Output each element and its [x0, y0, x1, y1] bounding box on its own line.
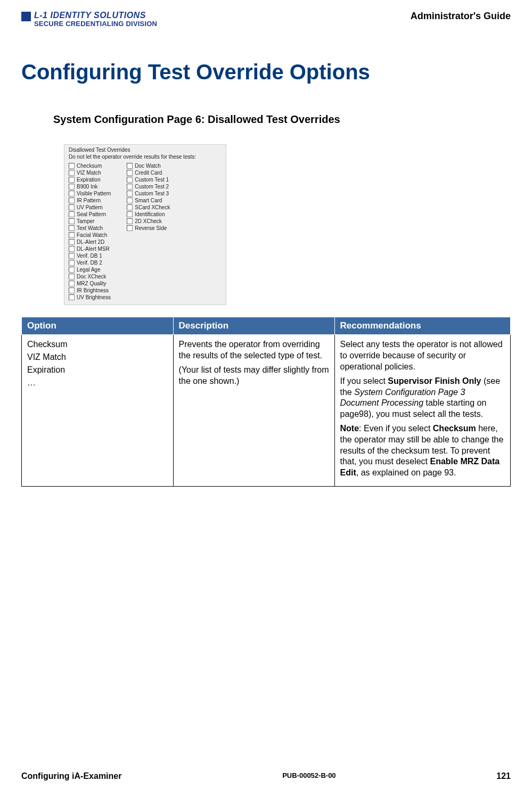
option-item: …	[27, 377, 168, 389]
checkbox-item: UV Brightness	[69, 294, 111, 300]
checkbox-label: Seal Pattern	[77, 211, 106, 217]
checkbox-label: Smart Card	[135, 198, 162, 203]
footer-right: 121	[496, 771, 511, 781]
checkbox-icon[interactable]	[69, 218, 75, 224]
config-screenshot: Disallowed Test Overrides Do not let the…	[64, 144, 226, 305]
checkbox-icon[interactable]	[69, 239, 75, 245]
checkbox-item: DL-Alert MSR	[69, 246, 111, 252]
checkbox-item: Visible Pattern	[69, 191, 111, 196]
checkbox-item: IR Pattern	[69, 198, 111, 203]
checkbox-label: Tamper	[77, 218, 94, 224]
checkbox-item: Facial Watch	[69, 232, 111, 238]
table-header-description: Description	[173, 317, 334, 335]
checkbox-label: Checksum	[77, 163, 102, 169]
checkbox-label: Facial Watch	[77, 232, 107, 238]
checkbox-item: Doc XCheck	[69, 274, 111, 280]
checkbox-icon[interactable]	[69, 287, 75, 293]
desc-p2: (Your list of tests may differ slightly …	[179, 365, 329, 387]
checkbox-label: MRZ Quality	[77, 281, 107, 286]
cell-description: Prevents the operator from overriding th…	[173, 335, 334, 487]
checkbox-item: Verif. DB 1	[69, 253, 111, 259]
checkbox-item: Custom Test 3	[127, 191, 170, 196]
table-row: ChecksumVIZ MatchExpiration… Prevents th…	[22, 335, 511, 487]
checkbox-item: Verif. DB 2	[69, 260, 111, 266]
option-item: Checksum	[27, 339, 168, 350]
checkbox-item: IR Brightness	[69, 287, 111, 293]
checkbox-icon[interactable]	[69, 191, 75, 196]
checkbox-item: Seal Pattern	[69, 211, 111, 217]
checkbox-label: B900 Ink	[77, 184, 97, 190]
checkbox-label: Expiration	[77, 177, 100, 183]
page-header: L-1 IDENTITY SOLUTIONS SECURE CREDENTIAL…	[21, 11, 511, 28]
checkbox-item: DL-Alert 2D	[69, 239, 111, 245]
checkbox-label: Reverse Side	[135, 225, 167, 231]
checkbox-item: Legal Age	[69, 267, 111, 273]
rec-p3: Note: Even if you select Checksum here, …	[340, 423, 505, 479]
checkbox-label: UV Pattern	[77, 204, 103, 210]
checkbox-label: IR Brightness	[77, 287, 109, 293]
section-subtitle: System Configuration Page 6: Disallowed …	[53, 113, 511, 126]
checkbox-item: Identification	[127, 211, 170, 217]
checkbox-label: Credit Card	[135, 170, 162, 176]
checkbox-icon[interactable]	[69, 267, 75, 273]
checkbox-icon[interactable]	[69, 294, 75, 300]
checkbox-columns: ChecksumVIZ MatchExpirationB900 InkVisib…	[69, 163, 222, 300]
checkbox-item: Custom Test 2	[127, 184, 170, 190]
checkbox-icon[interactable]	[69, 232, 75, 238]
table-header-recommendations: Recommendations	[334, 317, 510, 335]
checkbox-item: Text Watch	[69, 225, 111, 231]
checkbox-icon[interactable]	[127, 170, 133, 176]
checkbox-column-2: Doc WatchCredit CardCustom Test 1Custom …	[127, 163, 170, 300]
checkbox-label: VIZ Match	[77, 170, 101, 176]
checkbox-icon[interactable]	[127, 211, 133, 217]
checkbox-icon[interactable]	[69, 204, 75, 210]
checkbox-icon[interactable]	[127, 225, 133, 231]
checkbox-label: SCard XCheck	[135, 204, 170, 210]
checkbox-icon[interactable]	[69, 198, 75, 203]
logo-text: L-1 IDENTITY SOLUTIONS SECURE CREDENTIAL…	[34, 11, 157, 28]
checkbox-icon[interactable]	[69, 225, 75, 231]
checkbox-icon[interactable]	[69, 281, 75, 286]
fieldset-description: Do not let the operator override results…	[69, 154, 222, 160]
checkbox-item: Smart Card	[127, 198, 170, 203]
checkbox-icon[interactable]	[69, 246, 75, 252]
option-item: VIZ Match	[27, 352, 168, 363]
checkbox-icon[interactable]	[127, 204, 133, 210]
checkbox-item: Expiration	[69, 177, 111, 183]
checkbox-label: 2D XCheck	[135, 218, 162, 224]
page-title: Configuring Test Override Options	[21, 60, 511, 84]
checkbox-icon[interactable]	[69, 274, 75, 280]
checkbox-item: VIZ Match	[69, 170, 111, 176]
checkbox-item: 2D XCheck	[127, 218, 170, 224]
footer-left: Configuring iA-Examiner	[21, 771, 121, 781]
footer-center: PUB-00052-B-00	[282, 771, 335, 781]
options-table: Option Description Recommendations Check…	[21, 317, 511, 487]
checkbox-label: Identification	[135, 211, 165, 217]
checkbox-icon[interactable]	[69, 260, 75, 266]
checkbox-icon[interactable]	[69, 177, 75, 183]
checkbox-label: Visible Pattern	[77, 191, 111, 196]
desc-p1: Prevents the operator from overriding th…	[179, 339, 329, 361]
checkbox-icon[interactable]	[69, 253, 75, 259]
checkbox-icon[interactable]	[127, 218, 133, 224]
checkbox-item: Doc Watch	[127, 163, 170, 169]
checkbox-label: Custom Test 3	[135, 191, 169, 196]
checkbox-icon[interactable]	[69, 170, 75, 176]
logo-icon	[21, 12, 31, 21]
option-item: Expiration	[27, 365, 168, 376]
checkbox-icon[interactable]	[127, 198, 133, 203]
checkbox-icon[interactable]	[69, 211, 75, 217]
checkbox-label: Custom Test 2	[135, 184, 169, 190]
page-footer: Configuring iA-Examiner PUB-00052-B-00 1…	[21, 771, 511, 781]
checkbox-item: B900 Ink	[69, 184, 111, 190]
checkbox-icon[interactable]	[127, 177, 133, 183]
checkbox-icon[interactable]	[127, 191, 133, 196]
table-header-option: Option	[22, 317, 174, 335]
checkbox-icon[interactable]	[127, 163, 133, 169]
checkbox-column-1: ChecksumVIZ MatchExpirationB900 InkVisib…	[69, 163, 111, 300]
checkbox-item: SCard XCheck	[127, 204, 170, 210]
checkbox-icon[interactable]	[127, 184, 133, 190]
checkbox-label: Text Watch	[77, 225, 103, 231]
checkbox-icon[interactable]	[69, 163, 75, 169]
checkbox-icon[interactable]	[69, 184, 75, 190]
